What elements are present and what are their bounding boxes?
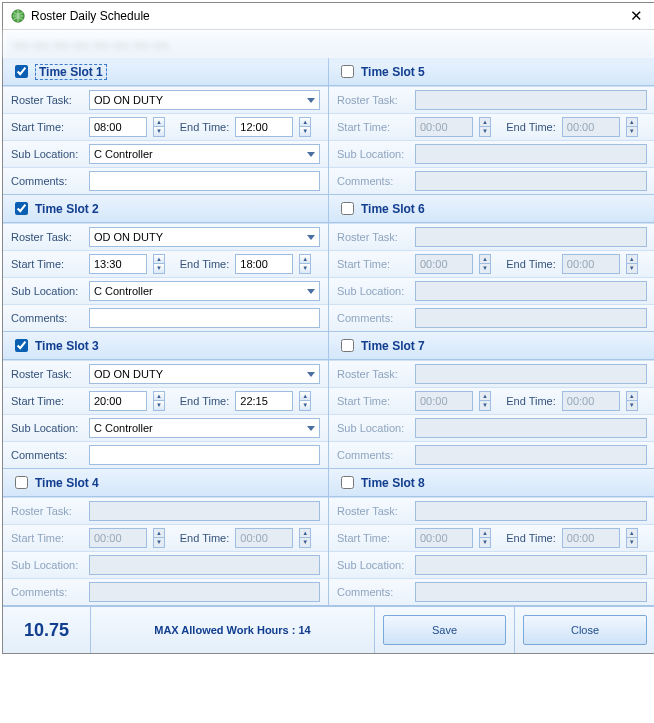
- slot-title: Time Slot 8: [361, 476, 425, 490]
- spinner-up-icon[interactable]: ▲: [299, 254, 311, 264]
- spinner-down-icon[interactable]: ▼: [626, 538, 638, 548]
- sub-location-select[interactable]: C Controller: [89, 418, 320, 438]
- end-spinner[interactable]: ▲▼: [299, 254, 311, 274]
- spinner-down-icon[interactable]: ▼: [299, 127, 311, 137]
- start-time-input[interactable]: [89, 391, 147, 411]
- roster-task-row: Roster Task:OD ON DUTY: [3, 86, 328, 113]
- spinner-up-icon[interactable]: ▲: [479, 391, 491, 401]
- start-time-group: ▲▼: [89, 117, 174, 137]
- slot-header: Time Slot 1: [3, 58, 328, 86]
- slot-enable-checkbox[interactable]: [15, 476, 28, 489]
- spinner-down-icon[interactable]: ▼: [153, 538, 165, 548]
- spinner-up-icon[interactable]: ▲: [299, 528, 311, 538]
- comments-row: Comments:: [3, 304, 328, 331]
- slot-enable-checkbox[interactable]: [15, 202, 28, 215]
- end-time-input: [235, 528, 293, 548]
- comments-input[interactable]: [89, 171, 320, 191]
- slot-enable-checkbox[interactable]: [15, 339, 28, 352]
- end-time-input[interactable]: [235, 254, 293, 274]
- comments-input[interactable]: [89, 308, 320, 328]
- spinner-up-icon[interactable]: ▲: [153, 391, 165, 401]
- spinner-down-icon[interactable]: ▼: [153, 127, 165, 137]
- time-slot-4: Time Slot 4Roster Task:Start Time:▲▼End …: [3, 469, 329, 606]
- close-footer-button[interactable]: Close: [523, 615, 647, 645]
- end-spinner[interactable]: ▲▼: [626, 254, 638, 274]
- slot-enable-checkbox[interactable]: [341, 476, 354, 489]
- end-spinner[interactable]: ▲▼: [626, 391, 638, 411]
- end-time-input[interactable]: [235, 117, 293, 137]
- comments-input[interactable]: [89, 445, 320, 465]
- save-button[interactable]: Save: [383, 615, 506, 645]
- slot-title: Time Slot 4: [35, 476, 99, 490]
- spinner-up-icon[interactable]: ▲: [626, 528, 638, 538]
- spinner-up-icon[interactable]: ▲: [479, 254, 491, 264]
- start-time-input[interactable]: [89, 117, 147, 137]
- end-time-label: End Time:: [180, 121, 230, 133]
- spinner-down-icon[interactable]: ▼: [299, 538, 311, 548]
- roster-task-select[interactable]: OD ON DUTY: [89, 227, 320, 247]
- sub-location-select[interactable]: C Controller: [89, 281, 320, 301]
- slot-enable-checkbox[interactable]: [341, 202, 354, 215]
- end-time-input[interactable]: [235, 391, 293, 411]
- spinner-up-icon[interactable]: ▲: [153, 117, 165, 127]
- spinner-down-icon[interactable]: ▼: [153, 264, 165, 274]
- spinner-down-icon[interactable]: ▼: [626, 264, 638, 274]
- spinner-down-icon[interactable]: ▼: [479, 401, 491, 411]
- end-time-input: [562, 528, 620, 548]
- spinner-up-icon[interactable]: ▲: [299, 117, 311, 127]
- start-time-label: Start Time:: [337, 532, 409, 544]
- end-time-label: End Time:: [506, 532, 556, 544]
- end-spinner[interactable]: ▲▼: [299, 528, 311, 548]
- start-spinner[interactable]: ▲▼: [153, 254, 165, 274]
- slot-enable-checkbox[interactable]: [15, 65, 28, 78]
- window: Roster Daily Schedule ✕ Time Slot 1Roste…: [2, 2, 654, 654]
- spinner-down-icon[interactable]: ▼: [626, 127, 638, 137]
- start-spinner[interactable]: ▲▼: [153, 391, 165, 411]
- spinner-down-icon[interactable]: ▼: [153, 401, 165, 411]
- comments-label: Comments:: [11, 586, 83, 598]
- slot-enable-checkbox[interactable]: [341, 65, 354, 78]
- start-spinner[interactable]: ▲▼: [153, 117, 165, 137]
- start-time-input: [415, 117, 473, 137]
- sub-location-select[interactable]: C Controller: [89, 144, 320, 164]
- roster-task-select[interactable]: OD ON DUTY: [89, 90, 320, 110]
- start-time-input: [415, 391, 473, 411]
- spinner-up-icon[interactable]: ▲: [479, 117, 491, 127]
- start-spinner[interactable]: ▲▼: [479, 528, 491, 548]
- start-spinner[interactable]: ▲▼: [479, 117, 491, 137]
- spinner-up-icon[interactable]: ▲: [626, 117, 638, 127]
- spinner-up-icon[interactable]: ▲: [626, 391, 638, 401]
- end-spinner[interactable]: ▲▼: [299, 391, 311, 411]
- start-spinner[interactable]: ▲▼: [479, 391, 491, 411]
- spinner-up-icon[interactable]: ▲: [626, 254, 638, 264]
- end-spinner[interactable]: ▲▼: [626, 528, 638, 548]
- start-time-group: ▲▼: [415, 528, 500, 548]
- spinner-down-icon[interactable]: ▼: [299, 401, 311, 411]
- close-button[interactable]: ✕: [626, 7, 647, 25]
- slot-enable-checkbox[interactable]: [341, 339, 354, 352]
- spinner-down-icon[interactable]: ▼: [299, 264, 311, 274]
- start-time-input[interactable]: [89, 254, 147, 274]
- end-time-group: ▲▼: [235, 528, 320, 548]
- end-spinner[interactable]: ▲▼: [299, 117, 311, 137]
- start-time-input: [89, 528, 147, 548]
- spinner-up-icon[interactable]: ▲: [479, 528, 491, 538]
- end-spinner[interactable]: ▲▼: [626, 117, 638, 137]
- end-time-group: ▲▼: [235, 391, 320, 411]
- spinner-down-icon[interactable]: ▼: [479, 127, 491, 137]
- comments-row: Comments:: [329, 167, 654, 194]
- spinner-up-icon[interactable]: ▲: [153, 254, 165, 264]
- spinner-up-icon[interactable]: ▲: [153, 528, 165, 538]
- start-spinner[interactable]: ▲▼: [479, 254, 491, 274]
- roster-task-label: Roster Task:: [337, 94, 409, 106]
- spinner-down-icon[interactable]: ▼: [479, 264, 491, 274]
- spinner-up-icon[interactable]: ▲: [299, 391, 311, 401]
- comments-label: Comments:: [337, 449, 409, 461]
- end-time-label: End Time:: [506, 121, 556, 133]
- roster-task-select[interactable]: OD ON DUTY: [89, 364, 320, 384]
- start-time-group: ▲▼: [415, 254, 500, 274]
- spinner-down-icon[interactable]: ▼: [626, 401, 638, 411]
- sub-location-select: [415, 281, 647, 301]
- start-spinner[interactable]: ▲▼: [153, 528, 165, 548]
- spinner-down-icon[interactable]: ▼: [479, 538, 491, 548]
